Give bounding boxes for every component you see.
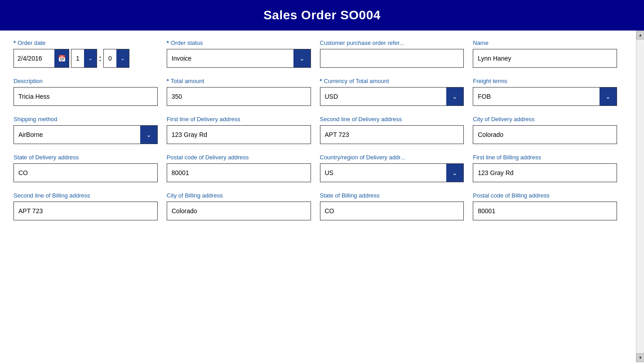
delivery-country-field: Country/region of Delivery addr... ⌄	[320, 154, 464, 182]
minute-value: 0	[104, 49, 116, 67]
currency-input[interactable]	[320, 88, 447, 105]
delivery-line2-field: Second line of Delivery address	[320, 116, 464, 144]
delivery-postal-field: Postal code of Delivery address	[167, 154, 311, 182]
name-field: Name	[473, 39, 617, 68]
delivery-line1-field: First line of Delivery address	[167, 116, 311, 144]
name-label: Name	[473, 39, 617, 46]
billing-line1-label: First line of Billing address	[473, 154, 617, 161]
delivery-line1-input[interactable]	[167, 125, 311, 144]
currency-label: * Currency of Total amount	[320, 78, 464, 84]
hour-spinner-btn[interactable]: ⌄	[84, 49, 97, 67]
delivery-state-label: State of Delivery address	[13, 154, 158, 161]
delivery-postal-label: Postal code of Delivery address	[167, 154, 311, 161]
currency-input-container: ⌄	[320, 87, 464, 106]
order-status-dropdown-btn[interactable]: ⌄	[293, 49, 311, 67]
delivery-country-label: Country/region of Delivery addr...	[320, 154, 464, 161]
delivery-state-input[interactable]	[13, 163, 158, 182]
billing-state-label: State of Billing address	[320, 192, 464, 199]
scroll-up-button[interactable]: ▲	[636, 31, 644, 39]
billing-postal-label: Postal code of Billing address	[473, 192, 617, 199]
order-status-label: * Order status	[167, 39, 311, 46]
billing-line2-field: Second line of Billing address	[13, 192, 158, 220]
freight-terms-label: Freight terms	[473, 78, 617, 84]
hour-value: 1	[71, 49, 84, 67]
page-title: Sales Order SO004	[263, 8, 381, 22]
delivery-state-field: State of Delivery address	[13, 154, 158, 182]
shipping-method-dropdown-btn[interactable]: ⌄	[140, 126, 157, 144]
total-amount-field: * Total amount	[167, 78, 311, 106]
total-amount-label: * Total amount	[167, 78, 311, 84]
freight-terms-dropdown-btn[interactable]: ⌄	[600, 88, 617, 105]
freight-terms-input[interactable]	[473, 88, 600, 105]
billing-postal-field: Postal code of Billing address	[473, 192, 617, 220]
header: Sales Order SO004	[0, 0, 644, 31]
calendar-button[interactable]: 📅	[54, 49, 69, 67]
delivery-line2-label: Second line of Delivery address	[320, 116, 464, 123]
billing-state-input[interactable]	[320, 202, 464, 220]
shipping-method-label: Shipping method	[13, 116, 158, 123]
date-input[interactable]	[14, 49, 54, 67]
order-status-input[interactable]	[167, 49, 293, 67]
currency-field: * Currency of Total amount ⌄	[320, 78, 464, 106]
shipping-method-field: Shipping method ⌄	[13, 116, 158, 144]
delivery-postal-input[interactable]	[167, 163, 311, 182]
billing-line2-label: Second line of Billing address	[13, 192, 158, 199]
currency-dropdown-btn[interactable]: ⌄	[446, 88, 463, 105]
customer-po-field: Customer purchase order refer...	[320, 39, 464, 68]
shipping-method-input[interactable]	[14, 126, 140, 144]
delivery-line1-label: First line of Delivery address	[167, 116, 311, 123]
billing-postal-input[interactable]	[473, 202, 617, 220]
time-colon: :	[99, 54, 102, 63]
customer-po-label: Customer purchase order refer...	[320, 39, 464, 46]
description-label: Description	[13, 78, 158, 84]
customer-po-input[interactable]	[320, 49, 464, 68]
billing-line1-input[interactable]	[473, 163, 617, 182]
minute-spinner-btn[interactable]: ⌄	[116, 49, 129, 67]
order-status-input-container: ⌄	[167, 49, 311, 68]
description-input[interactable]	[13, 87, 158, 106]
order-date-field: * Order date 📅 1 ⌄ : 0 ⌄	[13, 39, 158, 68]
scroll-down-button[interactable]: ▼	[636, 353, 644, 362]
total-amount-input[interactable]	[167, 87, 311, 106]
billing-city-input[interactable]	[167, 202, 311, 220]
minute-spinner: 0 ⌄	[103, 49, 129, 68]
description-field: Description	[13, 78, 158, 106]
delivery-country-input[interactable]	[320, 164, 447, 182]
shipping-method-input-container: ⌄	[13, 125, 158, 144]
delivery-city-field: City of Delivery address	[473, 116, 617, 144]
date-input-container: 📅	[13, 49, 69, 68]
order-date-label: * Order date	[13, 39, 158, 46]
hour-spinner: 1 ⌄	[71, 49, 97, 68]
delivery-city-label: City of Delivery address	[473, 116, 617, 123]
delivery-line2-input[interactable]	[320, 125, 464, 144]
billing-state-field: State of Billing address	[320, 192, 464, 220]
delivery-city-input[interactable]	[473, 125, 617, 144]
billing-line2-input[interactable]	[13, 202, 158, 220]
freight-terms-input-container: ⌄	[473, 87, 617, 106]
delivery-country-input-container: ⌄	[320, 163, 464, 182]
name-input[interactable]	[473, 49, 617, 68]
freight-terms-field: Freight terms ⌄	[473, 78, 617, 106]
order-status-field: * Order status ⌄	[167, 39, 311, 68]
billing-line1-field: First line of Billing address	[473, 154, 617, 182]
billing-city-field: City of Billing address	[167, 192, 311, 220]
delivery-country-dropdown-btn[interactable]: ⌄	[446, 164, 463, 182]
billing-city-label: City of Billing address	[167, 192, 311, 199]
